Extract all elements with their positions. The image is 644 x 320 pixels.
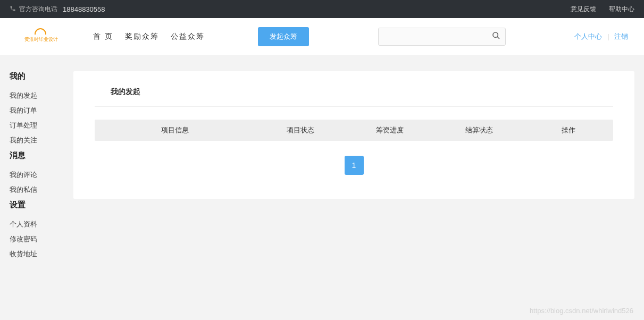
user-links: 个人中心 | 注销 xyxy=(574,32,628,41)
table-header: 项目信息 项目状态 筹资进度 结算状态 操作 xyxy=(95,120,613,141)
topbar-left: 官方咨询电话 18848830558 xyxy=(10,5,105,14)
launch-button[interactable]: 发起众筹 xyxy=(258,27,309,46)
header: 黄淮时毕业设计 首 页 奖励众筹 公益众筹 发起众筹 个人中心 | 注销 xyxy=(0,18,644,55)
search-wrap xyxy=(378,28,506,46)
nav-home[interactable]: 首 页 xyxy=(93,32,113,41)
topbar-right: 意见反馈 帮助中心 xyxy=(571,5,634,14)
svg-line-1 xyxy=(497,37,499,39)
sidebar-item-my-message[interactable]: 我的私信 xyxy=(10,186,37,193)
page-title: 我的发起 xyxy=(95,87,613,107)
side-list-my: 我的发起 我的订单 订单处理 我的关注 xyxy=(10,91,63,145)
svg-point-0 xyxy=(493,32,498,37)
pagination: 1 xyxy=(95,156,613,175)
container: 我的 我的发起 我的订单 订单处理 我的关注 消息 我的评论 我的私信 设置 个… xyxy=(0,55,644,280)
side-title-my: 我的 xyxy=(10,71,63,81)
sidebar: 我的 我的发起 我的订单 订单处理 我的关注 消息 我的评论 我的私信 设置 个… xyxy=(10,71,63,264)
user-center-link[interactable]: 个人中心 xyxy=(574,32,602,40)
topbar: 官方咨询电话 18848830558 意见反馈 帮助中心 xyxy=(0,0,644,18)
page-1-button[interactable]: 1 xyxy=(345,156,364,175)
side-title-setting: 设置 xyxy=(10,200,63,210)
nav-reward[interactable]: 奖励众筹 xyxy=(125,32,159,41)
th-settle: 结算状态 xyxy=(434,125,524,135)
sidebar-item-profile[interactable]: 个人资料 xyxy=(10,220,37,228)
main-panel: 我的发起 项目信息 项目状态 筹资进度 结算状态 操作 1 xyxy=(73,71,634,199)
th-status: 项目状态 xyxy=(256,125,345,135)
sidebar-item-my-comment[interactable]: 我的评论 xyxy=(10,171,37,179)
sidebar-item-address[interactable]: 收货地址 xyxy=(10,250,37,258)
search-input[interactable] xyxy=(378,28,506,46)
phone-label: 官方咨询电话 xyxy=(19,5,57,14)
logout-link[interactable]: 注销 xyxy=(614,32,628,40)
th-action: 操作 xyxy=(524,125,613,135)
sidebar-item-my-launch[interactable]: 我的发起 xyxy=(10,91,37,99)
th-progress: 筹资进度 xyxy=(345,125,434,135)
sidebar-item-my-order[interactable]: 我的订单 xyxy=(10,106,37,114)
phone-icon xyxy=(10,5,16,13)
sidebar-item-password[interactable]: 修改密码 xyxy=(10,235,37,243)
logo[interactable]: 黄淮时毕业设计 xyxy=(16,29,66,45)
separator: | xyxy=(607,32,609,40)
side-title-msg: 消息 xyxy=(10,150,63,161)
nav-charity[interactable]: 公益众筹 xyxy=(171,32,205,41)
side-list-setting: 个人资料 修改密码 收货地址 xyxy=(10,220,63,259)
side-list-msg: 我的评论 我的私信 xyxy=(10,170,63,195)
th-info: 项目信息 xyxy=(95,125,256,135)
feedback-link[interactable]: 意见反馈 xyxy=(571,5,596,14)
sidebar-item-order-process[interactable]: 订单处理 xyxy=(10,121,37,129)
logo-text: 黄淮时毕业设计 xyxy=(19,36,64,43)
phone-number: 18848830558 xyxy=(63,5,105,13)
search-icon[interactable] xyxy=(492,31,500,42)
sidebar-item-my-follow[interactable]: 我的关注 xyxy=(10,136,37,144)
main-nav: 首 页 奖励众筹 公益众筹 xyxy=(93,32,205,41)
help-link[interactable]: 帮助中心 xyxy=(609,5,634,14)
